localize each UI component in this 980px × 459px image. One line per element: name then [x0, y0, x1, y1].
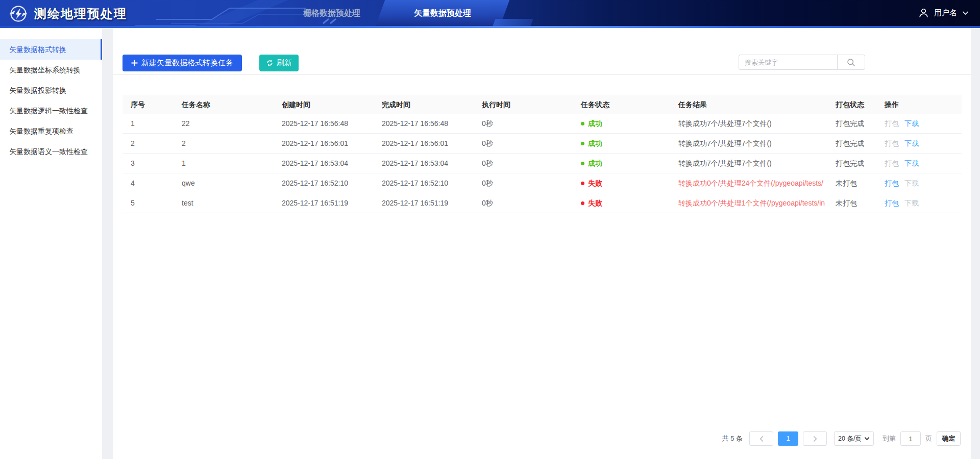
cell-actions: 打包下载 [876, 154, 962, 173]
chevron-down-icon [962, 11, 969, 15]
cell-actions: 打包下载 [876, 114, 962, 133]
user-icon [918, 8, 929, 18]
user-name: 用户名 [934, 8, 957, 18]
plus-icon [131, 60, 138, 66]
sidebar: 矢量数据格式转换 矢量数据坐标系统转换 矢量数据投影转换 矢量数据逻辑一致性检查… [0, 28, 102, 459]
cell-package-status: 未打包 [827, 193, 876, 213]
chevron-left-icon [759, 436, 764, 442]
cell-status: 失败 [573, 193, 670, 213]
download-action: 下载 [904, 199, 919, 207]
cell-created: 2025-12-17 16:53:04 [274, 154, 374, 173]
status-dot [581, 201, 584, 205]
search-input[interactable] [739, 55, 837, 70]
pagination-total: 共 5 条 [722, 434, 743, 443]
package-action: 打包 [885, 139, 899, 147]
app-logo: 测绘地理预处理 [8, 3, 127, 24]
cell-created: 2025-12-17 16:51:19 [274, 193, 374, 213]
table-row: 4 qwe 2025-12-17 16:52:10 2025-12-17 16:… [122, 173, 962, 193]
cell-task-name: test [174, 193, 274, 213]
tab-raster-preprocess[interactable]: 栅格数据预处理 [286, 0, 378, 26]
col-finished: 完成时间 [374, 95, 474, 114]
cell-index: 5 [122, 193, 174, 213]
goto-page-label: 到第 [883, 434, 896, 443]
page-number-button[interactable]: 1 [778, 431, 798, 446]
download-action: 下载 [904, 179, 919, 187]
cell-status: 成功 [573, 154, 670, 173]
cell-actions: 打包下载 [876, 173, 962, 193]
col-task-name: 任务名称 [174, 95, 274, 114]
cell-duration: 0秒 [474, 193, 573, 213]
package-action[interactable]: 打包 [885, 199, 899, 207]
cell-index: 1 [122, 114, 174, 133]
sidebar-item-semantic-check[interactable]: 矢量数据语义一致性检查 [0, 141, 102, 162]
logo-icon [8, 4, 29, 24]
status-dot [581, 122, 584, 125]
download-action[interactable]: 下载 [904, 119, 919, 128]
cell-duration: 0秒 [474, 134, 573, 153]
sidebar-item-coordinate-convert[interactable]: 矢量数据坐标系统转换 [0, 60, 102, 80]
cell-duration: 0秒 [474, 173, 573, 193]
refresh-button[interactable]: 刷新 [259, 55, 299, 71]
cell-result: 转换成功7个/共处理7个文件() [670, 114, 827, 133]
app-root: 测绘地理预处理 栅格数据预处理 矢量数据预处理 用户名 矢量数据格式转换 矢量数… [0, 0, 980, 459]
col-status: 任务状态 [573, 95, 670, 114]
cell-status: 失败 [573, 173, 670, 193]
page-size-select[interactable]: 20 条/页 [834, 431, 874, 446]
cell-index: 3 [122, 154, 174, 173]
status-dot [581, 142, 584, 145]
search-button[interactable] [837, 55, 865, 70]
tab-edge-decoration [493, 19, 533, 26]
tab-vector-preprocess[interactable]: 矢量数据预处理 [380, 0, 505, 26]
col-package-status: 打包状态 [827, 95, 876, 114]
cell-actions: 打包下载 [876, 193, 962, 213]
package-action: 打包 [885, 119, 899, 128]
sidebar-item-projection-convert[interactable]: 矢量数据投影转换 [0, 80, 102, 100]
search-group [739, 55, 865, 70]
cell-task-name: 1 [174, 154, 274, 173]
chevron-down-icon [864, 437, 870, 441]
cell-index: 4 [122, 173, 174, 193]
cell-finished: 2025-12-17 16:53:04 [374, 154, 474, 173]
cell-package-status: 打包完成 [827, 114, 876, 133]
next-page-button[interactable] [803, 431, 827, 446]
col-actions: 操作 [876, 95, 962, 114]
table-row: 5 test 2025-12-17 16:51:19 2025-12-17 16… [122, 193, 962, 213]
package-action: 打包 [885, 159, 899, 167]
main-content: 新建矢量数据格式转换任务 刷新 [113, 28, 971, 459]
prev-page-button[interactable] [749, 431, 773, 446]
cell-package-status: 未打包 [827, 173, 876, 193]
cell-status: 成功 [573, 114, 670, 133]
top-header: 测绘地理预处理 栅格数据预处理 矢量数据预处理 用户名 [0, 0, 980, 28]
col-created: 创建时间 [274, 95, 374, 114]
goto-page-input[interactable] [900, 431, 921, 446]
sidebar-item-format-convert[interactable]: 矢量数据格式转换 [0, 39, 102, 60]
new-task-button[interactable]: 新建矢量数据格式转换任务 [122, 55, 242, 71]
cell-result: 转换成功0个/共处理1个文件(/pygeoapi/tests/in [670, 193, 827, 213]
download-action[interactable]: 下载 [904, 159, 919, 167]
cell-package-status: 打包完成 [827, 134, 876, 153]
cell-finished: 2025-12-17 16:56:01 [374, 134, 474, 153]
cell-result: 转换成功7个/共处理7个文件() [670, 134, 827, 153]
download-action[interactable]: 下载 [904, 139, 919, 147]
table-row: 3 1 2025-12-17 16:53:04 2025-12-17 16:53… [122, 154, 962, 173]
col-result: 任务结果 [670, 95, 827, 114]
package-action[interactable]: 打包 [885, 179, 899, 187]
page-suffix-label: 页 [925, 434, 932, 443]
cell-result: 转换成功0个/共处理24个文件(/pygeoapi/tests/ [670, 173, 827, 193]
col-index: 序号 [122, 95, 174, 114]
sidebar-item-duplicate-check[interactable]: 矢量数据重复项检查 [0, 121, 102, 141]
cell-finished: 2025-12-17 16:51:19 [374, 193, 474, 213]
cell-duration: 0秒 [474, 114, 573, 133]
table-header-row: 序号 任务名称 创建时间 完成时间 执行时间 任务状态 任务结果 打包状态 操作 [122, 95, 962, 114]
sidebar-item-logic-check[interactable]: 矢量数据逻辑一致性检查 [0, 100, 102, 121]
col-duration: 执行时间 [474, 95, 573, 114]
cell-created: 2025-12-17 16:56:01 [274, 134, 374, 153]
status-dot [581, 162, 584, 165]
user-menu[interactable]: 用户名 [918, 0, 969, 26]
search-icon [847, 58, 855, 67]
pagination: 共 5 条 1 20 条/页 到第 页 确定 [722, 431, 961, 446]
status-dot [581, 182, 584, 185]
cell-finished: 2025-12-17 16:52:10 [374, 173, 474, 193]
cell-task-name: qwe [174, 173, 274, 193]
confirm-page-button[interactable]: 确定 [937, 431, 961, 446]
